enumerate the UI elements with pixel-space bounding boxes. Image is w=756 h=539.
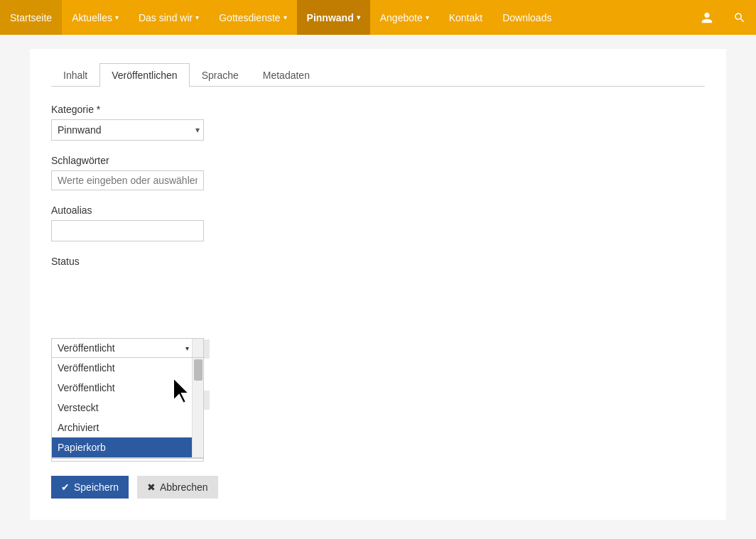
tab-inhalt[interactable]: Inhalt — [51, 63, 99, 87]
status-list: Veröffentlicht ▾ Veröffentlicht Veröffen… — [51, 338, 204, 459]
kategorie-group: Kategorie * Pinnwand ▾ — [51, 104, 705, 141]
status-option-veroeffentlicht1[interactable]: Veröffentlicht — [52, 358, 203, 378]
nav-das-sind-wir[interactable]: Das sind wir ▾ — [129, 0, 209, 35]
nav-startseite[interactable]: Startseite — [0, 0, 62, 35]
cancel-button[interactable]: ✖ Abbrechen — [137, 476, 218, 499]
nav-aktuelles[interactable]: Aktuelles ▾ — [62, 0, 129, 35]
main-content: Inhalt Veröffentlichen Sprache Metadaten… — [30, 49, 726, 520]
close-icon: ✖ — [147, 481, 156, 493]
chevron-down-icon: ▾ — [284, 13, 287, 21]
chevron-down-icon: ▾ — [426, 13, 429, 21]
autoalias-label: Autoalias — [51, 205, 705, 216]
save-button[interactable]: ✔ Speichern — [51, 476, 129, 499]
tab-sprache[interactable]: Sprache — [190, 63, 251, 87]
tab-bar: Inhalt Veröffentlichen Sprache Metadaten — [51, 63, 705, 87]
chevron-down-icon: ▾ — [357, 13, 360, 21]
nav-downloads[interactable]: Downloads — [492, 0, 561, 35]
kategorie-select[interactable]: Pinnwand — [51, 119, 204, 141]
schlagwoerter-input[interactable] — [51, 170, 204, 190]
nav-pinnwand[interactable]: Pinnwand ▾ — [297, 0, 370, 35]
nav-kontakt[interactable]: Kontakt — [439, 0, 492, 35]
status-dropdown-container: Veröffentlicht ▾ Veröffentlicht Veröffen… — [51, 338, 204, 359]
status-group: Status Veröffentlicht ▾ — [51, 256, 705, 359]
user-icon-button[interactable] — [691, 0, 723, 35]
search-icon-button[interactable] — [723, 0, 756, 35]
nav-icon-area — [691, 0, 756, 35]
status-option-versteckt[interactable]: Versteckt — [52, 398, 203, 418]
tab-veroeffentlichen[interactable]: Veröffentlichen — [99, 63, 189, 87]
chevron-down-icon: ▾ — [185, 344, 189, 352]
autoalias-input[interactable] — [51, 220, 204, 241]
kategorie-label: Kategorie * — [51, 104, 705, 115]
status-option-archiviert[interactable]: Archiviert — [52, 418, 203, 437]
nav-gottesdienste[interactable]: Gottesdienste ▾ — [209, 0, 296, 35]
schlagwoerter-label: Schlagwörter — [51, 155, 705, 166]
autoalias-group: Autoalias — [51, 205, 705, 241]
schlagwoerter-group: Schlagwörter — [51, 155, 705, 190]
main-nav: Startseite Aktuelles ▾ Das sind wir ▾ Go… — [0, 0, 756, 35]
publish-form: Kategorie * Pinnwand ▾ Schlagwörter Auto… — [51, 104, 705, 499]
status-option-papierkorb[interactable]: Papierkorb — [52, 437, 203, 457]
tab-metadaten[interactable]: Metadaten — [251, 63, 322, 87]
kategorie-select-wrapper: Pinnwand ▾ — [51, 119, 204, 141]
check-icon: ✔ — [61, 481, 70, 493]
status-label: Status — [51, 256, 705, 267]
status-header-text: Veröffentlicht — [58, 342, 115, 354]
chevron-down-icon: ▾ — [195, 13, 199, 21]
form-buttons: ✔ Speichern ✖ Abbrechen — [51, 476, 705, 499]
nav-angebote[interactable]: Angebote ▾ — [370, 0, 439, 35]
chevron-down-icon: ▾ — [115, 13, 119, 21]
status-option-veroeffentlicht2[interactable]: Veröffentlicht — [52, 378, 203, 398]
